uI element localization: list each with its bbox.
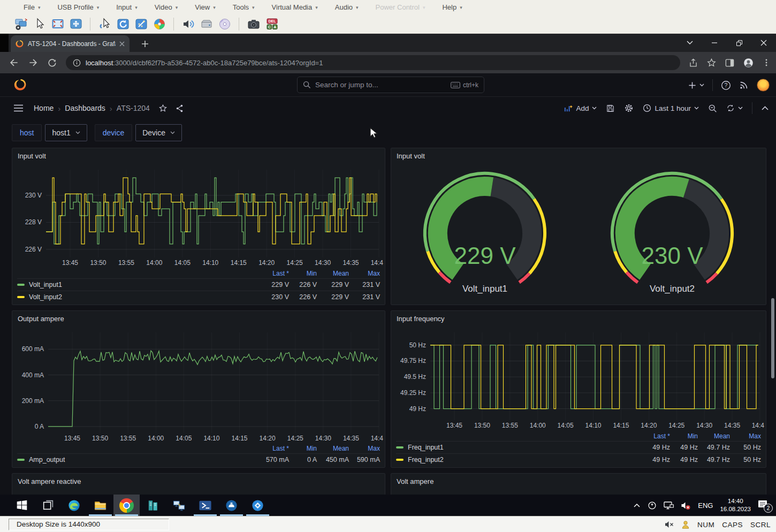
variable-value-device[interactable]: Device — [135, 124, 182, 141]
taskbar-powershell-icon[interactable] — [192, 495, 218, 516]
taskbar-app-blue-icon[interactable] — [218, 495, 245, 516]
fit-screen-icon[interactable] — [69, 17, 83, 31]
new-dashboard-plus-button[interactable] — [688, 81, 704, 89]
legend-col-header[interactable]: Mean — [317, 445, 349, 452]
legend-col-header[interactable]: Min — [289, 445, 317, 452]
gauge-Volt_input2[interactable]: 230 VVolt_input2 — [579, 164, 766, 305]
notification-center-icon[interactable]: 2 — [758, 499, 772, 511]
menu-help[interactable]: Help▾ — [433, 0, 470, 14]
panel-title[interactable]: Volt ampere reactive — [12, 474, 385, 490]
taskbar-start-icon[interactable] — [9, 495, 35, 516]
legend-col-header[interactable]: Last * — [637, 432, 670, 440]
timeseries-chart[interactable]: 50 Hz49.75 Hz49.5 Hz49.25 Hz49 Hz13:4513… — [392, 327, 765, 430]
mega-menu-hamburger-icon[interactable] — [14, 104, 23, 112]
new-tab-button[interactable] — [137, 35, 153, 52]
zoom-out-time-icon[interactable] — [708, 104, 717, 113]
legend-col-header[interactable]: Max — [349, 445, 380, 452]
legend-col-header[interactable]: Max — [730, 432, 761, 440]
collapse-toolbar-chevron-icon[interactable] — [762, 106, 769, 110]
user-avatar[interactable] — [757, 79, 770, 92]
fullscreen-icon[interactable] — [50, 17, 65, 31]
restore-button[interactable] — [727, 34, 751, 52]
cursor-sync-icon[interactable] — [97, 17, 112, 31]
virtual-disk-icon[interactable] — [199, 17, 214, 31]
legend-row[interactable]: Volt_input1229 V226 V229 V231 V — [17, 278, 380, 291]
taskbar-chrome-icon[interactable] — [113, 495, 140, 516]
timeseries-chart[interactable]: 600 mA400 mA200 mA0 A13:4513:5013:5514:0… — [13, 327, 384, 443]
panel-title[interactable]: Input frequency — [391, 311, 766, 327]
browser-menu-kebab-icon[interactable] — [762, 58, 771, 67]
side-panel-icon[interactable] — [725, 58, 735, 68]
time-range-picker[interactable]: Last 1 hour — [643, 104, 699, 112]
taskbar-server-app-icon[interactable] — [140, 495, 166, 516]
forward-icon[interactable] — [28, 57, 39, 68]
panel-title[interactable]: Input volt — [391, 148, 766, 164]
tray-volume-muted-icon[interactable] — [681, 501, 691, 510]
refresh-dashboard-button[interactable] — [726, 104, 743, 112]
legend-row[interactable]: Freq_input149 Hz49 Hz49.7 Hz50 Hz — [396, 441, 761, 453]
legend-col-header[interactable]: Last * — [256, 270, 289, 277]
series-name[interactable]: Freq_input2 — [396, 456, 637, 463]
auto-adjust-icon[interactable] — [134, 17, 148, 31]
legend-col-header[interactable]: Last * — [256, 445, 289, 452]
gauge-Volt_input1[interactable]: 229 VVolt_input1 — [391, 164, 579, 305]
variable-value-host[interactable]: host1 — [45, 124, 87, 141]
bookmark-star-icon[interactable] — [706, 58, 717, 68]
dashboard-settings-gear-icon[interactable] — [624, 103, 634, 113]
taskbar-remote-desktop-icon[interactable] — [166, 495, 192, 516]
browser-tab[interactable]: ATS-1204 - Dashboards - Grafana — [11, 35, 130, 52]
menu-file[interactable]: File▾ — [15, 0, 49, 14]
tray-update-icon[interactable] — [648, 501, 657, 510]
panel-title[interactable]: Output ampere — [12, 311, 385, 327]
panel-title[interactable]: Volt ampere — [391, 474, 766, 490]
minimize-button[interactable] — [702, 34, 727, 52]
site-info-icon[interactable] — [73, 59, 81, 67]
tray-expand-chevron-icon[interactable] — [633, 503, 641, 508]
menu-audio[interactable]: Audio▾ — [326, 0, 367, 14]
gauge-group[interactable]: 229 VVolt_input1230 VVolt_input2 — [391, 164, 766, 305]
news-rss-icon[interactable] — [739, 80, 749, 90]
series-name[interactable]: Freq_input1 — [396, 444, 637, 451]
series-name[interactable]: Volt_input1 — [17, 281, 256, 288]
breadcrumb-dashboards[interactable]: Dashboards — [65, 104, 105, 112]
menu-input[interactable]: Input▾ — [108, 0, 146, 14]
legend-col-header[interactable]: Min — [289, 270, 317, 277]
tab-close-icon[interactable] — [119, 41, 125, 47]
taskbar-task-view-icon[interactable] — [35, 495, 61, 516]
browser-profile-avatar[interactable] — [743, 57, 754, 69]
screenshot-icon[interactable] — [246, 17, 261, 31]
help-icon[interactable]: ? — [721, 80, 731, 90]
ctrl-alt-del-icon[interactable]: DELCA — [264, 17, 279, 31]
cursor-arrow-icon[interactable] — [32, 17, 47, 31]
window-menu-chevron-icon[interactable] — [678, 34, 702, 52]
legend-row[interactable]: Amp_output570 mA0 A450 mA590 mA — [17, 453, 380, 466]
series-name[interactable]: Amp_output — [17, 456, 256, 463]
legend-col-header[interactable]: Mean — [698, 432, 730, 440]
legend-row[interactable]: Volt_input2230 V226 V229 V231 V — [17, 291, 380, 303]
series-name[interactable]: Volt_input2 — [17, 293, 256, 301]
taskbar-clock[interactable]: 14:40 16.08.2023 — [720, 497, 751, 513]
refresh-video-icon[interactable] — [116, 17, 130, 31]
grafana-logo-icon[interactable] — [14, 78, 27, 92]
scrollbar-thumb[interactable] — [771, 298, 774, 378]
legend-col-header[interactable]: Mean — [317, 270, 349, 277]
search-input[interactable]: Search or jump to... ctrl+k — [297, 77, 484, 93]
breadcrumb-home[interactable]: Home — [34, 104, 54, 112]
share-icon[interactable] — [688, 58, 698, 68]
close-button[interactable] — [751, 34, 776, 52]
menu-tools[interactable]: Tools▾ — [224, 0, 263, 14]
add-panel-button[interactable]: Add — [564, 104, 597, 113]
menu-video[interactable]: Video▾ — [146, 0, 187, 14]
color-calibrate-icon[interactable] — [152, 17, 166, 31]
virtual-cd-icon[interactable] — [217, 17, 232, 31]
menu-view[interactable]: View▾ — [186, 0, 224, 14]
legend-col-header[interactable]: Min — [670, 432, 698, 440]
url-omnibox[interactable]: localhost:3000/d/cbf62f7b-a536-4572-ab0c… — [66, 55, 680, 70]
taskbar-edge-icon[interactable] — [61, 495, 87, 516]
taskbar-app-teal-icon[interactable] — [245, 495, 271, 516]
back-icon[interactable] — [9, 57, 19, 68]
timeseries-chart[interactable]: 230 V228 V226 V13:4513:5013:5514:0014:05… — [13, 164, 384, 267]
panel-title[interactable]: Input volt — [12, 148, 385, 164]
language-indicator[interactable]: ENG — [698, 501, 713, 510]
legend-col-header[interactable]: Max — [349, 270, 380, 277]
